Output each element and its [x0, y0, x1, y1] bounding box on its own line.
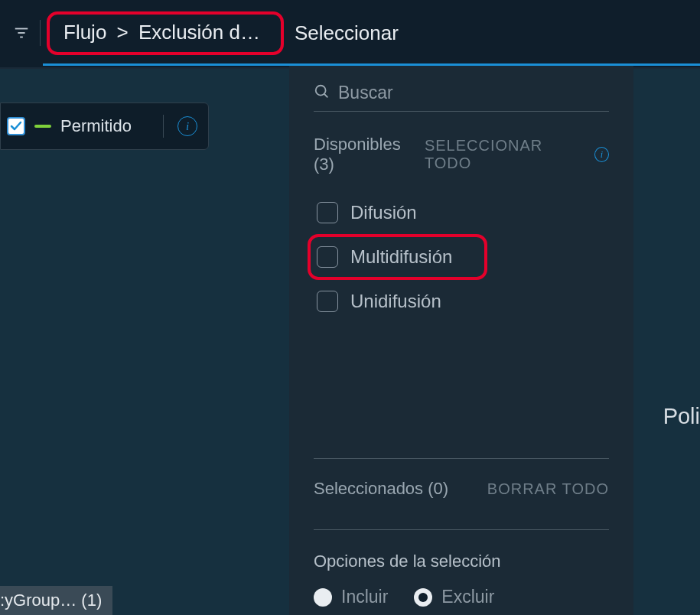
clear-all-button[interactable]: BORRAR TODO — [487, 480, 609, 498]
radio-include[interactable]: Incluir — [314, 587, 388, 607]
topbar: Flujo > Exclusión de tr… Seleccionar — [0, 0, 700, 67]
breadcrumb-flow: Flujo — [63, 21, 106, 44]
permitido-checkbox[interactable] — [7, 117, 25, 135]
checkbox[interactable] — [317, 291, 338, 312]
option-unidifusion[interactable]: Unidifusión — [314, 285, 609, 318]
radio-icon[interactable] — [414, 588, 432, 607]
selection-radio-group: Incluir Excluir — [314, 587, 609, 607]
permitido-label: Permitido — [60, 116, 149, 136]
divider — [314, 529, 609, 530]
option-label: Multidifusión — [350, 246, 452, 268]
status-indicator — [34, 125, 51, 128]
page-title: Seleccionar — [295, 21, 399, 45]
checkbox[interactable] — [317, 202, 338, 223]
divider — [40, 20, 41, 46]
svg-point-3 — [316, 85, 326, 95]
side-node-label: Poli — [663, 404, 700, 429]
option-label: Difusión — [350, 202, 417, 223]
radio-label: Excluir — [441, 587, 494, 607]
available-count: Disponibles (3) — [314, 135, 420, 174]
available-options: Difusión Multidifusión Unidifusión — [314, 196, 609, 318]
option-multidifusion[interactable]: Multidifusión — [308, 234, 487, 280]
breadcrumb-exclusion: Exclusión de tr… — [138, 21, 284, 44]
selection-panel: Disponibles (3) SELECCIONAR TODO i Difus… — [289, 66, 633, 615]
radio-icon[interactable] — [314, 588, 332, 607]
radio-exclude[interactable]: Excluir — [414, 587, 494, 607]
divider — [163, 115, 164, 138]
breadcrumb[interactable]: Flujo > Exclusión de tr… — [47, 11, 284, 55]
radio-label: Incluir — [341, 587, 388, 607]
search-input[interactable] — [338, 83, 609, 103]
search-input-row[interactable] — [314, 80, 609, 112]
filter-icon[interactable] — [11, 22, 32, 44]
selection-options-header: Opciones de la selección — [314, 552, 609, 571]
selected-count: Seleccionados (0) — [314, 479, 448, 499]
info-icon[interactable]: i — [594, 147, 609, 162]
divider — [314, 458, 609, 459]
selected-header: Seleccionados (0) BORRAR TODO — [314, 479, 609, 499]
option-label: Unidifusión — [350, 291, 441, 312]
search-icon — [314, 83, 330, 103]
group-pill[interactable]: :yGroup… (1) — [0, 586, 112, 615]
spacer — [314, 318, 609, 432]
available-header: Disponibles (3) SELECCIONAR TODO i — [314, 135, 609, 174]
breadcrumb-separator: > — [117, 21, 129, 44]
info-icon[interactable]: i — [177, 116, 197, 136]
option-difusion[interactable]: Difusión — [314, 196, 609, 229]
svg-line-4 — [324, 93, 328, 97]
permitido-chip[interactable]: Permitido i — [0, 102, 209, 150]
checkbox[interactable] — [317, 246, 338, 268]
select-all-button[interactable]: SELECCIONAR TODO — [425, 137, 585, 172]
